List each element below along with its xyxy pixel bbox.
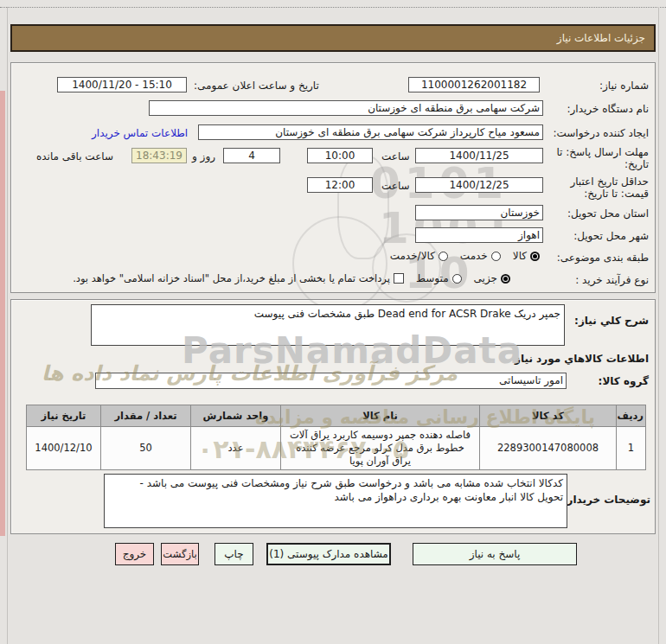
- back-button[interactable]: بازگشت: [161, 543, 199, 565]
- validity-hour-label: ساعت: [381, 180, 410, 192]
- purchase-process-label: نوع فرآیند خرید :: [575, 274, 649, 286]
- time-remaining-countdown: 18:43:19: [131, 148, 187, 163]
- view-attached-docs-button[interactable]: مشاهده مدارک پیوستی (1): [266, 543, 391, 565]
- print-button[interactable]: چاپ: [215, 543, 253, 565]
- announce-datetime-field[interactable]: 1400/11/20 - 15:10: [57, 77, 187, 92]
- goods-service-radio[interactable]: [439, 252, 448, 261]
- goods-table: ردیف کد کالا نام کالا واحد شمارش تعداد /…: [26, 405, 646, 470]
- cell-goods-name: فاصله دهنده جمپر دوسیمه کاربرد یراق آلات…: [281, 427, 480, 470]
- buyer-notes-label: توضیحات خریدار:: [563, 494, 650, 506]
- classification-label: طبقه بندی موضوعی:: [557, 252, 649, 264]
- left-frame-line: [7, 7, 8, 644]
- validity-time-field[interactable]: 12:00: [307, 177, 373, 193]
- right-frame-line: [658, 7, 659, 644]
- col-goods-code: کد کالا: [480, 405, 617, 427]
- delivery-city-label: شهر محل تحویل:: [573, 230, 649, 242]
- goods-group-field[interactable]: امور تاسیساتی: [95, 373, 567, 389]
- radio-option-goods: کالا: [513, 250, 540, 262]
- buyer-notes-textarea[interactable]: کدکالا انتخاب شده مشابه می باشد و درخواس…: [104, 474, 567, 528]
- exit-button[interactable]: خروج: [115, 543, 154, 565]
- need-number-label: شماره نیاز:: [599, 80, 649, 92]
- need-details-page: جزئیات اطلاعات نیاز 0101 1001 10 شماره ن…: [0, 0, 666, 644]
- cell-need-date: 1400/12/10: [27, 427, 101, 470]
- treasury-checkbox-label: پرداخت تمام یا بخشی از مبلغ خرید،از محل …: [73, 272, 390, 284]
- goods-radio[interactable]: [530, 252, 540, 261]
- cell-unit: عدد: [191, 427, 281, 470]
- treasury-checkbox[interactable]: [394, 273, 404, 284]
- classification-radio-group: کالا خدمت کالا/خدمت: [378, 250, 540, 262]
- radio-option-service: خدمت: [460, 250, 501, 262]
- goods-info-title: اطلاعات کالاهاي مورد نیاز: [515, 353, 649, 365]
- page-title: جزئیات اطلاعات نیاز: [557, 32, 645, 44]
- col-row-number: ردیف: [617, 405, 646, 427]
- radio-option-goods-service: کالا/خدمت: [390, 250, 448, 262]
- top-dotted-divider: [0, 7, 666, 8]
- radio-option-partial: جزیی: [474, 272, 510, 284]
- cell-goods-code: 2289300147080008: [480, 427, 617, 470]
- hours-remaining-label: ساعت باقی مانده: [36, 150, 113, 163]
- buyer-org-label: نام دستگاه خریدار:: [567, 103, 650, 115]
- deadline-time-field[interactable]: 10:00: [307, 148, 373, 163]
- need-description-textarea[interactable]: جمپر دریک Dead end for ACSR Drake طبق مش…: [91, 304, 565, 346]
- cell-row-number: 1: [617, 427, 646, 470]
- delivery-province-label: استان محل تحویل:: [567, 207, 649, 220]
- respond-to-need-button[interactable]: پاسخ به نیاز: [413, 543, 577, 565]
- delivery-province-field[interactable]: خوزستان: [415, 205, 543, 220]
- deadline-hour-label: ساعت: [381, 150, 410, 163]
- deadline-date-field[interactable]: 1400/11/25: [415, 148, 543, 163]
- col-quantity: تعداد / مقدار: [101, 405, 191, 427]
- treasury-checkbox-option: پرداخت تمام یا بخشی از مبلغ خرید،از محل …: [73, 272, 404, 284]
- partial-radio-label: جزیی: [474, 272, 497, 284]
- price-validity-label: حداقل تاریخ اعتبار قیمت: تا تاریخ:: [547, 175, 649, 200]
- response-deadline-label: مهلت ارسال پاسخ: تا تاریخ:: [547, 146, 649, 170]
- request-creator-field[interactable]: مسعود میاح کارپرداز شرکت سهامی برق منطقه…: [198, 124, 543, 140]
- need-number-field[interactable]: 1100001262001182: [408, 77, 540, 92]
- delivery-city-field[interactable]: اهواز: [415, 227, 543, 243]
- buyer-org-field[interactable]: شرکت سهامی برق منطقه ای خوزستان: [149, 100, 543, 116]
- medium-radio[interactable]: [452, 274, 462, 284]
- goods-table-row: 1 2289300147080008 فاصله دهنده جمپر دوسی…: [27, 427, 646, 470]
- goods-table-header-row: ردیف کد کالا نام کالا واحد شمارش تعداد /…: [27, 405, 646, 427]
- buyer-contact-link[interactable]: اطلاعات تماس خریدار: [92, 127, 188, 139]
- radio-option-medium: متوسط: [416, 272, 462, 284]
- col-need-date: تاریخ نیاز: [27, 405, 101, 427]
- goods-service-radio-label: کالا/خدمت: [390, 250, 435, 262]
- service-radio[interactable]: [491, 252, 501, 261]
- days-label: روز و: [192, 150, 215, 163]
- page-title-bar: جزئیات اطلاعات نیاز: [10, 24, 656, 52]
- col-goods-name: نام کالا: [281, 405, 480, 427]
- left-edge-artifact: [0, 91, 5, 536]
- medium-radio-label: متوسط: [416, 272, 449, 284]
- goods-group-label: گروه کالا:: [599, 375, 649, 387]
- announce-datetime-label: تاریخ و ساعت اعلان عمومی:: [194, 80, 319, 92]
- cell-quantity: 50: [101, 427, 191, 470]
- request-creator-label: ایجاد کننده درخواست:: [553, 127, 649, 139]
- validity-date-field[interactable]: 1400/12/25: [415, 177, 543, 193]
- partial-radio[interactable]: [501, 274, 510, 284]
- purchase-process-radio-group: جزیی متوسط پرداخت تمام یا بخشی از مبلغ خ…: [73, 272, 510, 284]
- need-description-label: شرح کلي نیاز:: [574, 315, 649, 327]
- service-radio-label: خدمت: [460, 250, 488, 262]
- col-unit: واحد شمارش: [191, 405, 281, 427]
- goods-radio-label: کالا: [513, 250, 527, 262]
- days-remaining-field[interactable]: 4: [223, 148, 280, 163]
